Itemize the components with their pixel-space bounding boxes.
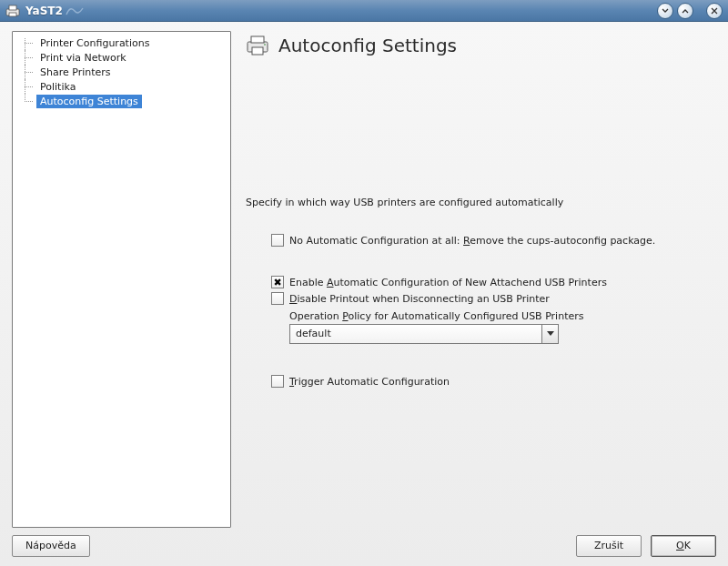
checkbox-trigger-auto-config[interactable]: Trigger Automatic Configuration xyxy=(271,375,707,388)
titlebar: YaST2 xyxy=(0,0,728,22)
content-pane: Autoconfig Settings Specify in which way… xyxy=(244,31,716,528)
maximize-button[interactable] xyxy=(677,3,693,19)
sidebar-item-label: Share Printers xyxy=(36,66,115,79)
nav-tree[interactable]: Printer Configurations Print via Network… xyxy=(12,31,231,528)
checkbox-label: Enable Automatic Configuration of New At… xyxy=(289,277,607,288)
checkbox-no-auto-config[interactable]: No Automatic Configuration at all: Remov… xyxy=(271,234,707,247)
page-heading: Autoconfig Settings xyxy=(246,35,707,56)
titlebar-decoration xyxy=(65,4,85,18)
ok-button[interactable]: OK xyxy=(651,535,716,557)
sidebar-item-label: Print via Network xyxy=(36,51,130,65)
svg-rect-1 xyxy=(9,5,16,10)
checkbox-label: No Automatic Configuration at all: Remov… xyxy=(289,235,655,247)
close-button[interactable] xyxy=(706,3,723,19)
page-title: Autoconfig Settings xyxy=(278,35,457,56)
cancel-button[interactable]: Zrušit xyxy=(576,535,642,557)
sidebar-item-share-printers[interactable]: Share Printers xyxy=(15,65,228,79)
window-title: YaST2 xyxy=(25,5,63,17)
sidebar-item-label: Printer Configurations xyxy=(36,36,153,50)
help-button[interactable]: Nápověda xyxy=(12,535,90,557)
printer-app-icon xyxy=(5,5,20,17)
svg-rect-5 xyxy=(252,47,263,55)
chevron-down-icon xyxy=(547,331,554,337)
button-bar: Nápověda Zrušit OK xyxy=(12,528,716,557)
checkbox-enable-auto-config[interactable]: ✖ Enable Automatic Configuration of New … xyxy=(271,276,707,288)
dropdown-toggle[interactable] xyxy=(541,325,558,343)
checkbox-icon xyxy=(271,292,284,305)
checkbox-label: Disable Printout when Disconnecting an U… xyxy=(289,293,550,305)
svg-rect-4 xyxy=(251,36,264,43)
description-text: Specify in which way USB printers are co… xyxy=(246,197,707,208)
checkbox-icon: ✖ xyxy=(271,276,284,288)
sidebar-item-autoconfig-settings[interactable]: Autoconfig Settings xyxy=(15,94,228,108)
sidebar-item-print-via-network[interactable]: Print via Network xyxy=(15,50,228,65)
printer-icon xyxy=(246,35,269,56)
sidebar-item-politika[interactable]: Politika xyxy=(15,79,228,94)
svg-rect-2 xyxy=(9,13,16,16)
checkbox-icon xyxy=(271,234,284,247)
policy-combobox[interactable]: default xyxy=(289,324,559,344)
sidebar-item-label: Politika xyxy=(36,80,79,94)
checkbox-disable-printout[interactable]: Disable Printout when Disconnecting an U… xyxy=(271,292,707,305)
sidebar-item-label: Autoconfig Settings xyxy=(36,95,142,108)
policy-label: Operation Policy for Automatically Confi… xyxy=(289,310,707,322)
minimize-button[interactable] xyxy=(657,3,673,19)
checkbox-icon xyxy=(271,375,284,388)
svg-point-6 xyxy=(264,44,266,45)
checkbox-label: Trigger Automatic Configuration xyxy=(289,376,450,388)
combo-value: default xyxy=(290,325,541,343)
sidebar-item-printer-configurations[interactable]: Printer Configurations xyxy=(15,35,228,50)
